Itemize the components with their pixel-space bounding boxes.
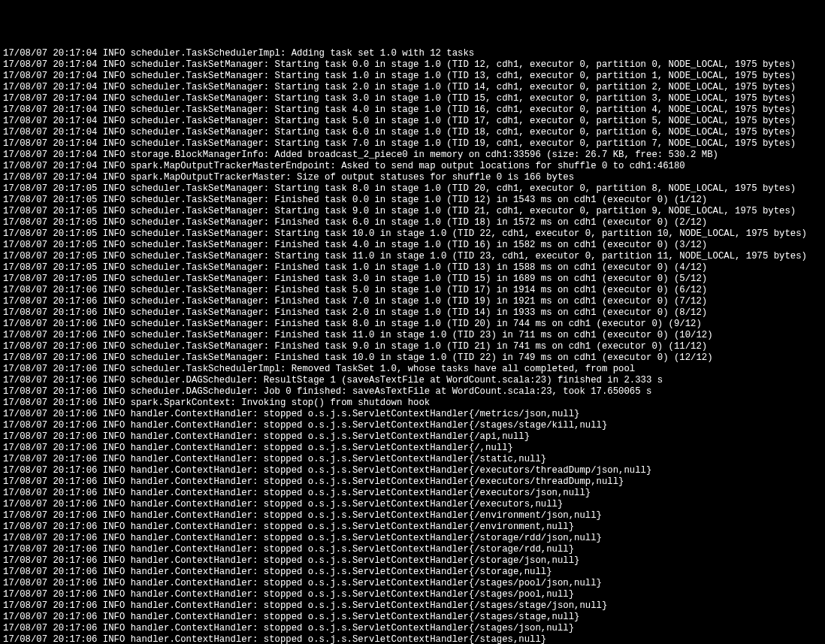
log-line: 17/08/07 20:17:05 INFO scheduler.TaskSet… bbox=[3, 206, 822, 217]
log-line: 17/08/07 20:17:04 INFO scheduler.TaskSet… bbox=[3, 127, 822, 138]
log-line: 17/08/07 20:17:05 INFO scheduler.TaskSet… bbox=[3, 251, 822, 262]
log-line: 17/08/07 20:17:04 INFO scheduler.TaskSet… bbox=[3, 104, 822, 116]
log-line: 17/08/07 20:17:04 INFO spark.MapOutputTr… bbox=[3, 161, 822, 172]
log-line: 17/08/07 20:17:06 INFO handler.ContextHa… bbox=[3, 578, 822, 589]
log-line: 17/08/07 20:17:04 INFO spark.MapOutputTr… bbox=[3, 172, 822, 183]
log-line: 17/08/07 20:17:05 INFO scheduler.TaskSet… bbox=[3, 228, 822, 240]
log-line: 17/08/07 20:17:05 INFO scheduler.TaskSet… bbox=[3, 183, 822, 195]
log-line: 17/08/07 20:17:04 INFO scheduler.TaskSet… bbox=[3, 138, 822, 150]
log-line: 17/08/07 20:17:06 INFO scheduler.TaskSet… bbox=[3, 307, 822, 319]
log-line: 17/08/07 20:17:06 INFO handler.ContextHa… bbox=[3, 409, 822, 420]
log-line: 17/08/07 20:17:06 INFO scheduler.TaskSet… bbox=[3, 330, 822, 341]
log-line: 17/08/07 20:17:06 INFO handler.ContextHa… bbox=[3, 567, 822, 578]
log-line: 17/08/07 20:17:06 INFO handler.ContextHa… bbox=[3, 443, 822, 454]
log-line: 17/08/07 20:17:06 INFO handler.ContextHa… bbox=[3, 510, 822, 522]
log-line: 17/08/07 20:17:05 INFO scheduler.TaskSet… bbox=[3, 195, 822, 206]
terminal-log-output: 17/08/07 20:17:04 INFO scheduler.TaskSch… bbox=[3, 48, 822, 644]
log-line: 17/08/07 20:17:06 INFO handler.ContextHa… bbox=[3, 544, 822, 555]
log-line: 17/08/07 20:17:04 INFO scheduler.TaskSet… bbox=[3, 71, 822, 82]
log-line: 17/08/07 20:17:06 INFO handler.ContextHa… bbox=[3, 623, 822, 634]
log-line: 17/08/07 20:17:04 INFO storage.BlockMana… bbox=[3, 150, 822, 161]
log-line: 17/08/07 20:17:05 INFO scheduler.TaskSet… bbox=[3, 217, 822, 228]
log-line: 17/08/07 20:17:06 INFO handler.ContextHa… bbox=[3, 465, 822, 476]
log-line: 17/08/07 20:17:06 INFO scheduler.TaskSet… bbox=[3, 341, 822, 352]
log-line: 17/08/07 20:17:05 INFO scheduler.TaskSet… bbox=[3, 262, 822, 274]
log-line: 17/08/07 20:17:04 INFO scheduler.TaskSet… bbox=[3, 59, 822, 71]
log-line: 17/08/07 20:17:05 INFO scheduler.TaskSet… bbox=[3, 240, 822, 251]
log-line: 17/08/07 20:17:06 INFO handler.ContextHa… bbox=[3, 488, 822, 499]
log-line: 17/08/07 20:17:04 INFO scheduler.TaskSet… bbox=[3, 116, 822, 127]
log-line: 17/08/07 20:17:06 INFO handler.ContextHa… bbox=[3, 612, 822, 623]
log-line: 17/08/07 20:17:06 INFO handler.ContextHa… bbox=[3, 589, 822, 600]
log-line: 17/08/07 20:17:06 INFO scheduler.DAGSche… bbox=[3, 375, 822, 386]
log-line: 17/08/07 20:17:06 INFO scheduler.TaskSet… bbox=[3, 352, 822, 364]
log-line: 17/08/07 20:17:04 INFO scheduler.TaskSch… bbox=[3, 48, 822, 59]
log-line: 17/08/07 20:17:06 INFO handler.ContextHa… bbox=[3, 600, 822, 612]
log-line: 17/08/07 20:17:06 INFO scheduler.DAGSche… bbox=[3, 386, 822, 398]
log-line: 17/08/07 20:17:06 INFO scheduler.TaskSet… bbox=[3, 296, 822, 307]
log-line: 17/08/07 20:17:06 INFO handler.ContextHa… bbox=[3, 431, 822, 443]
log-line: 17/08/07 20:17:04 INFO scheduler.TaskSet… bbox=[3, 82, 822, 93]
log-line: 17/08/07 20:17:04 INFO scheduler.TaskSet… bbox=[3, 93, 822, 104]
log-line: 17/08/07 20:17:06 INFO handler.ContextHa… bbox=[3, 555, 822, 567]
log-line: 17/08/07 20:17:06 INFO scheduler.TaskSch… bbox=[3, 364, 822, 375]
log-line: 17/08/07 20:17:06 INFO handler.ContextHa… bbox=[3, 522, 822, 533]
log-line: 17/08/07 20:17:06 INFO handler.ContextHa… bbox=[3, 476, 822, 488]
log-line: 17/08/07 20:17:05 INFO scheduler.TaskSet… bbox=[3, 274, 822, 285]
log-line: 17/08/07 20:17:06 INFO scheduler.TaskSet… bbox=[3, 319, 822, 330]
log-line: 17/08/07 20:17:06 INFO handler.ContextHa… bbox=[3, 499, 822, 510]
log-line: 17/08/07 20:17:06 INFO handler.ContextHa… bbox=[3, 533, 822, 544]
log-line: 17/08/07 20:17:06 INFO handler.ContextHa… bbox=[3, 454, 822, 465]
log-line: 17/08/07 20:17:06 INFO handler.ContextHa… bbox=[3, 420, 822, 431]
log-line: 17/08/07 20:17:06 INFO handler.ContextHa… bbox=[3, 634, 822, 644]
log-line: 17/08/07 20:17:06 INFO spark.SparkContex… bbox=[3, 398, 822, 409]
log-line: 17/08/07 20:17:06 INFO scheduler.TaskSet… bbox=[3, 285, 822, 296]
